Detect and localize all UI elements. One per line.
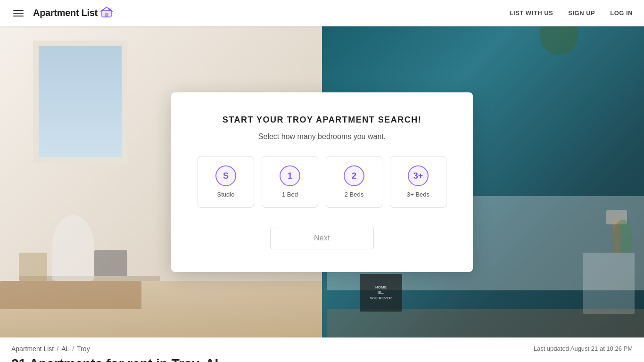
bedroom-options: S Studio 1 1 Bed 2 2 Beds 3+ 3+ Beds: [198, 156, 446, 208]
breadcrumb-home[interactable]: Apartment List: [11, 345, 54, 353]
bedroom-option-3plus[interactable]: 3+ 3+ Beds: [390, 156, 446, 208]
hamburger-menu-icon[interactable]: [11, 8, 25, 18]
1bed-label: 1 Bed: [282, 191, 298, 198]
breadcrumb: Apartment List / AL / Troy: [11, 345, 90, 353]
bedroom-option-2beds[interactable]: 2 2 Beds: [326, 156, 382, 208]
breadcrumb-troy[interactable]: Troy: [77, 345, 90, 353]
list-with-us-link[interactable]: LIST WITH US: [510, 9, 553, 16]
modal-title: START YOUR TROY APARTMENT SEARCH!: [223, 115, 422, 125]
breadcrumb-sep-1: /: [57, 345, 58, 353]
bedroom-option-studio[interactable]: S Studio: [198, 156, 254, 208]
logo-link[interactable]: Apartment List: [33, 6, 113, 21]
log-in-link[interactable]: LOG IN: [610, 9, 633, 16]
brand-name: Apartment List: [33, 8, 98, 18]
2beds-badge: 2: [344, 165, 364, 186]
1bed-badge: 1: [280, 165, 300, 186]
navbar-right: LIST WITH US SIGN UP LOG IN: [510, 9, 633, 16]
svg-rect-1: [105, 13, 108, 17]
2beds-label: 2 Beds: [345, 191, 363, 198]
modal-overlay: START YOUR TROY APARTMENT SEARCH! Select…: [0, 26, 644, 337]
last-updated-text: Last updated August 21 at 10:26 PM: [534, 345, 633, 352]
search-modal: START YOUR TROY APARTMENT SEARCH! Select…: [171, 92, 473, 272]
hero-section: HOMEIS...WHEREVER START YOUR TROY APARTM…: [0, 26, 644, 337]
navbar: Apartment List LIST WITH US SIGN UP LOG …: [0, 0, 644, 26]
bedroom-option-1bed[interactable]: 1 1 Bed: [262, 156, 318, 208]
3plus-badge: 3+: [408, 165, 429, 186]
next-button[interactable]: Next: [270, 227, 374, 249]
breadcrumb-sep-2: /: [72, 345, 74, 353]
logo-icon: [100, 6, 113, 21]
modal-subtitle: Select how many bedrooms you want.: [258, 132, 386, 141]
below-hero-section: Apartment List / AL / Troy Last updated …: [0, 337, 644, 353]
navbar-left: Apartment List: [11, 6, 113, 21]
studio-label: Studio: [217, 191, 235, 198]
studio-badge: S: [215, 165, 236, 186]
sign-up-link[interactable]: SIGN UP: [568, 9, 595, 16]
breadcrumb-al[interactable]: AL: [61, 345, 69, 353]
3plus-label: 3+ Beds: [407, 191, 429, 198]
page-heading: 21 Apartments for rent in Troy, AL: [0, 353, 644, 362]
